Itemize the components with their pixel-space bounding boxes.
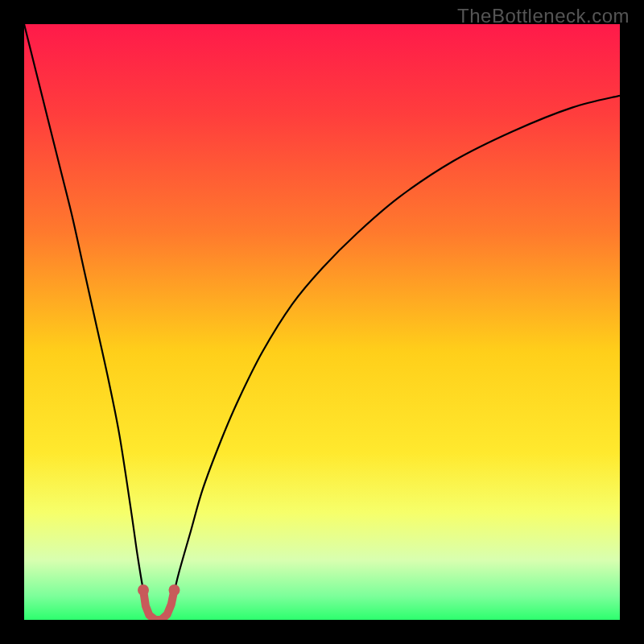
optimal-region-endpoint [168,584,180,596]
gradient-background [24,24,620,620]
plot-area [24,24,620,620]
watermark-text: TheBottleneck.com [457,5,630,27]
optimal-region-endpoint [138,584,149,596]
chart-container: TheBottleneck.com [0,0,644,644]
bottleneck-chart [24,24,620,620]
